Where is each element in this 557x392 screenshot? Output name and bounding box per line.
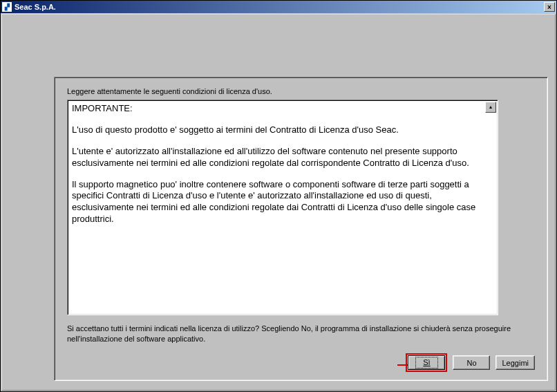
close-button[interactable]: ×: [544, 2, 555, 12]
yes-button-highlight: Sì: [406, 353, 447, 372]
readme-button[interactable]: Leggimi: [495, 355, 535, 370]
client-area: Leggere attentamente le seguenti condizi…: [1, 14, 556, 391]
license-paragraph: Il supporto magnetico puo' inoltre conte…: [72, 179, 484, 226]
close-icon: ×: [547, 3, 551, 11]
readme-button-label: Leggimi: [502, 359, 529, 367]
license-paragraph: L'uso di questo prodotto e' soggetto ai …: [72, 124, 484, 136]
no-button[interactable]: No: [453, 355, 490, 370]
license-panel: Leggere attentamente le seguenti condizi…: [54, 77, 548, 381]
button-row: Sì No Leggimi: [406, 353, 535, 372]
yes-button[interactable]: Sì: [408, 355, 445, 370]
license-textbox[interactable]: IMPORTANTE: L'uso di questo prodotto e' …: [67, 100, 498, 315]
accept-question: Si accettano tutti i termini indicati ne…: [67, 324, 523, 345]
no-button-label: No: [466, 359, 476, 367]
license-heading: IMPORTANTE:: [72, 103, 484, 115]
yes-button-label: Sì: [423, 358, 430, 366]
license-paragraph: L'utente e' autorizzato all'installazion…: [72, 146, 484, 169]
chevron-up-icon: ▴: [489, 104, 492, 111]
app-window: ▞ Seac S.p.A. × Leggere attentamente le …: [0, 0, 557, 392]
instruction-text: Leggere attentamente le seguenti condizi…: [67, 87, 535, 95]
scroll-up-button[interactable]: ▴: [485, 102, 496, 113]
app-icon: ▞: [2, 2, 12, 12]
titlebar: ▞ Seac S.p.A. ×: [1, 1, 556, 13]
window-title: Seac S.p.A.: [15, 3, 544, 11]
